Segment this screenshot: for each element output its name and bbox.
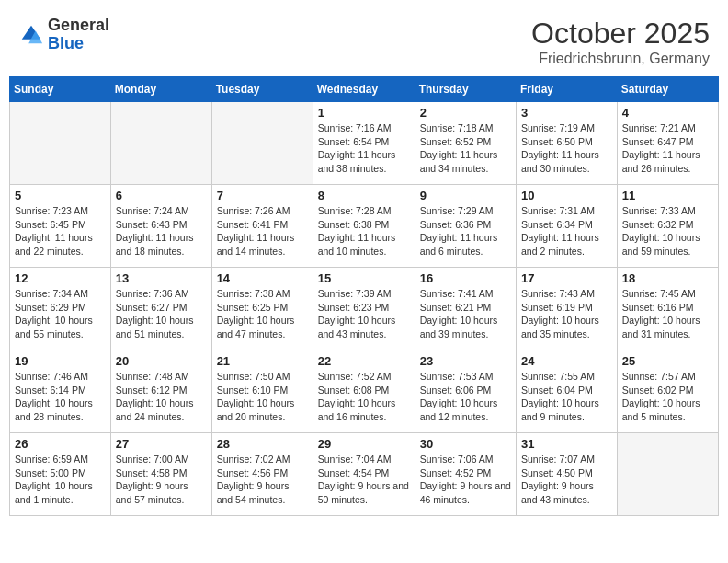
day-info: Sunrise: 7:36 AMSunset: 6:27 PMDaylight:… [116,287,207,341]
page-header: General Blue October 2025 Friedrichsbrun… [9,9,719,71]
day-number: 27 [116,437,207,451]
day-number: 11 [622,189,713,202]
day-info: Sunrise: 7:38 AMSunset: 6:25 PMDaylight:… [217,287,308,341]
calendar-cell: 8Sunrise: 7:28 AMSunset: 6:38 PMDaylight… [313,185,415,268]
day-info: Sunrise: 7:57 AMSunset: 6:02 PMDaylight:… [622,370,713,424]
day-info: Sunrise: 7:29 AMSunset: 6:36 PMDaylight:… [420,204,511,259]
day-number: 20 [116,354,207,368]
day-number: 4 [622,106,713,120]
logo: General Blue [18,17,109,53]
day-number: 29 [318,437,410,451]
day-number: 6 [116,189,207,202]
logo-general: General [48,16,109,34]
calendar-cell: 11Sunrise: 7:33 AMSunset: 6:32 PMDayligh… [617,185,718,268]
calendar-cell: 9Sunrise: 7:29 AMSunset: 6:36 PMDaylight… [415,185,516,268]
day-info: Sunrise: 7:46 AMSunset: 6:14 PMDaylight:… [15,370,106,424]
day-info: Sunrise: 7:07 AMSunset: 4:50 PMDaylight:… [521,453,612,507]
day-number: 17 [521,271,612,285]
day-info: Sunrise: 7:33 AMSunset: 6:32 PMDaylight:… [622,204,713,259]
day-info: Sunrise: 7:52 AMSunset: 6:08 PMDaylight:… [318,370,410,424]
calendar-header-sunday: Sunday [10,77,111,102]
calendar-cell: 27Sunrise: 7:00 AMSunset: 4:58 PMDayligh… [110,433,211,516]
calendar-cell: 18Sunrise: 7:45 AMSunset: 6:16 PMDayligh… [617,268,718,350]
day-info: Sunrise: 7:50 AMSunset: 6:10 PMDaylight:… [217,370,308,424]
day-info: Sunrise: 7:19 AMSunset: 6:50 PMDaylight:… [521,121,612,176]
calendar-cell: 23Sunrise: 7:53 AMSunset: 6:06 PMDayligh… [415,350,516,433]
calendar-cell [211,102,313,185]
day-number: 7 [217,189,308,202]
day-info: Sunrise: 7:16 AMSunset: 6:54 PMDaylight:… [318,121,410,176]
day-number: 8 [318,189,410,202]
calendar-cell: 6Sunrise: 7:24 AMSunset: 6:43 PMDaylight… [110,185,211,268]
day-number: 25 [622,354,713,368]
calendar-cell: 7Sunrise: 7:26 AMSunset: 6:41 PMDaylight… [211,185,313,268]
day-info: Sunrise: 7:39 AMSunset: 6:23 PMDaylight:… [318,287,410,341]
calendar-cell: 30Sunrise: 7:06 AMSunset: 4:52 PMDayligh… [415,433,516,516]
calendar-week-3: 19Sunrise: 7:46 AMSunset: 6:14 PMDayligh… [10,350,719,433]
calendar-cell [110,102,211,185]
day-number: 18 [622,271,713,285]
calendar-cell: 24Sunrise: 7:55 AMSunset: 6:04 PMDayligh… [517,350,618,433]
calendar-table: SundayMondayTuesdayWednesdayThursdayFrid… [9,76,719,516]
day-info: Sunrise: 7:02 AMSunset: 4:56 PMDaylight:… [217,453,308,507]
calendar-cell: 19Sunrise: 7:46 AMSunset: 6:14 PMDayligh… [10,350,111,433]
day-number: 12 [15,271,106,285]
calendar-cell: 14Sunrise: 7:38 AMSunset: 6:25 PMDayligh… [211,268,313,350]
logo-blue: Blue [48,34,84,52]
day-number: 30 [420,437,511,451]
day-info: Sunrise: 7:55 AMSunset: 6:04 PMDaylight:… [521,370,612,424]
day-number: 19 [15,354,106,368]
calendar-header-wednesday: Wednesday [313,77,415,102]
calendar-cell: 13Sunrise: 7:36 AMSunset: 6:27 PMDayligh… [110,268,211,350]
day-number: 23 [420,354,511,368]
day-number: 15 [318,271,410,285]
logo-text: General Blue [48,17,109,53]
day-number: 28 [217,437,308,451]
day-number: 10 [521,189,612,202]
calendar-cell: 28Sunrise: 7:02 AMSunset: 4:56 PMDayligh… [211,433,313,516]
day-number: 5 [15,189,106,202]
calendar-header-monday: Monday [110,77,211,102]
calendar-cell: 25Sunrise: 7:57 AMSunset: 6:02 PMDayligh… [617,350,718,433]
day-info: Sunrise: 7:00 AMSunset: 4:58 PMDaylight:… [116,453,207,507]
calendar-cell: 12Sunrise: 7:34 AMSunset: 6:29 PMDayligh… [10,268,111,350]
day-number: 13 [116,271,207,285]
day-info: Sunrise: 7:53 AMSunset: 6:06 PMDaylight:… [420,370,511,424]
calendar-cell: 20Sunrise: 7:48 AMSunset: 6:12 PMDayligh… [110,350,211,433]
day-info: Sunrise: 7:23 AMSunset: 6:45 PMDaylight:… [15,204,106,259]
day-info: Sunrise: 7:21 AMSunset: 6:47 PMDaylight:… [622,121,713,176]
day-info: Sunrise: 7:24 AMSunset: 6:43 PMDaylight:… [116,204,207,259]
calendar-cell: 31Sunrise: 7:07 AMSunset: 4:50 PMDayligh… [517,433,618,516]
calendar-cell: 26Sunrise: 6:59 AMSunset: 5:00 PMDayligh… [10,433,111,516]
calendar-cell [10,102,111,185]
day-number: 26 [15,437,106,451]
calendar-header-friday: Friday [517,77,618,102]
calendar-week-1: 5Sunrise: 7:23 AMSunset: 6:45 PMDaylight… [10,185,719,268]
calendar-header-thursday: Thursday [415,77,516,102]
day-info: Sunrise: 7:48 AMSunset: 6:12 PMDaylight:… [116,370,207,424]
day-number: 22 [318,354,410,368]
day-info: Sunrise: 7:43 AMSunset: 6:19 PMDaylight:… [521,287,612,341]
calendar-cell: 16Sunrise: 7:41 AMSunset: 6:21 PMDayligh… [415,268,516,350]
day-info: Sunrise: 7:18 AMSunset: 6:52 PMDaylight:… [420,121,511,176]
day-info: Sunrise: 6:59 AMSunset: 5:00 PMDaylight:… [15,453,106,507]
calendar-cell: 5Sunrise: 7:23 AMSunset: 6:45 PMDaylight… [10,185,111,268]
day-number: 21 [217,354,308,368]
day-number: 16 [420,271,511,285]
calendar-cell: 15Sunrise: 7:39 AMSunset: 6:23 PMDayligh… [313,268,415,350]
day-info: Sunrise: 7:28 AMSunset: 6:38 PMDaylight:… [318,204,410,259]
day-info: Sunrise: 7:45 AMSunset: 6:16 PMDaylight:… [622,287,713,341]
day-info: Sunrise: 7:06 AMSunset: 4:52 PMDaylight:… [420,453,511,507]
calendar-week-4: 26Sunrise: 6:59 AMSunset: 5:00 PMDayligh… [10,433,719,516]
day-number: 3 [521,106,612,120]
day-info: Sunrise: 7:34 AMSunset: 6:29 PMDaylight:… [15,287,106,341]
day-info: Sunrise: 7:31 AMSunset: 6:34 PMDaylight:… [521,204,612,259]
calendar-header-saturday: Saturday [617,77,718,102]
calendar-header-row: SundayMondayTuesdayWednesdayThursdayFrid… [10,77,719,102]
calendar-cell: 1Sunrise: 7:16 AMSunset: 6:54 PMDaylight… [313,102,415,185]
calendar-cell: 3Sunrise: 7:19 AMSunset: 6:50 PMDaylight… [517,102,618,185]
day-number: 14 [217,271,308,285]
calendar-cell: 2Sunrise: 7:18 AMSunset: 6:52 PMDaylight… [415,102,516,185]
day-info: Sunrise: 7:41 AMSunset: 6:21 PMDaylight:… [420,287,511,341]
day-number: 31 [521,437,612,451]
